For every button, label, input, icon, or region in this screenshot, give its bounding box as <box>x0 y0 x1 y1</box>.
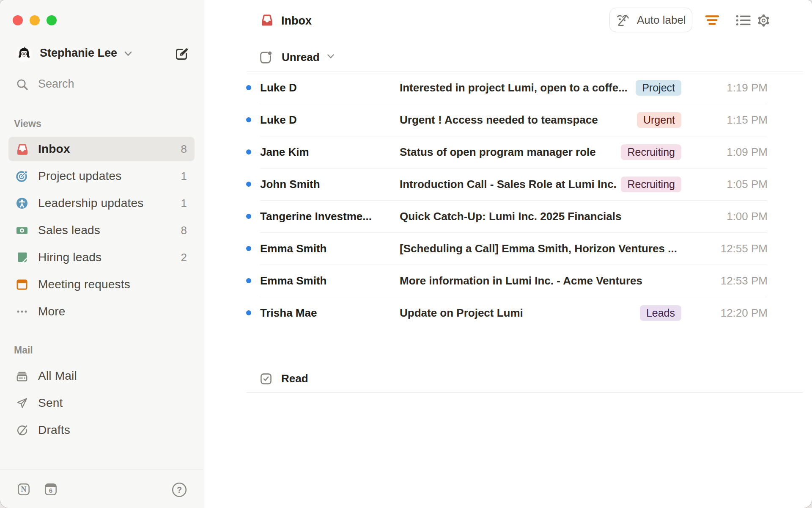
svg-text:6: 6 <box>49 487 52 494</box>
svg-text:?: ? <box>177 485 182 494</box>
svg-text:N: N <box>21 485 27 494</box>
